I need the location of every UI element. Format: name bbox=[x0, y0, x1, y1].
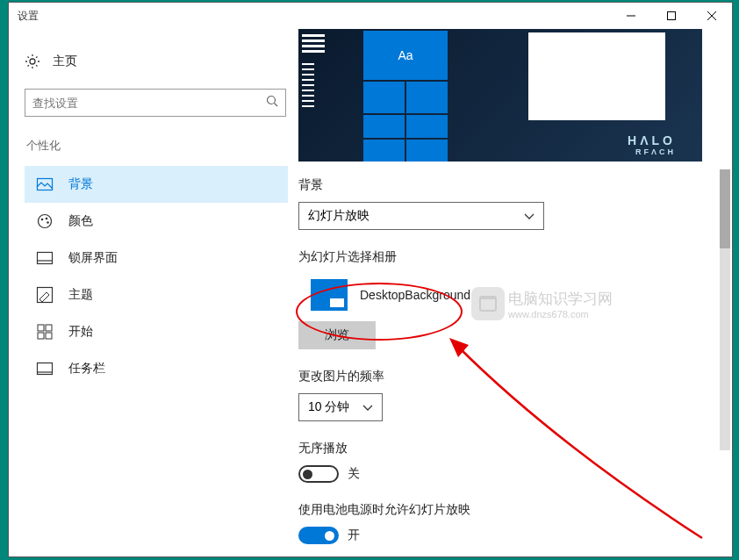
battery-state: 开 bbox=[348, 528, 360, 543]
svg-point-5 bbox=[268, 97, 276, 104]
close-button[interactable] bbox=[692, 3, 732, 29]
album-label: 为幻灯片选择相册 bbox=[298, 249, 704, 265]
sidebar-item-taskbar[interactable]: 任务栏 bbox=[25, 350, 288, 387]
watermark-text: 电脑知识学习网 bbox=[508, 291, 613, 307]
svg-point-8 bbox=[39, 215, 52, 228]
sidebar-item-label: 锁屏界面 bbox=[68, 250, 118, 266]
sidebar-item-label: 主题 bbox=[68, 287, 93, 303]
minimize-button[interactable] bbox=[611, 3, 651, 29]
sidebar-item-theme[interactable]: 主题 bbox=[25, 276, 288, 313]
battery-toggle[interactable] bbox=[298, 527, 339, 544]
chevron-down-icon bbox=[362, 400, 373, 414]
sidebar-item-start[interactable]: 开始 bbox=[25, 313, 288, 350]
svg-rect-15 bbox=[38, 325, 44, 331]
window-title: 设置 bbox=[18, 9, 39, 24]
svg-rect-18 bbox=[46, 333, 52, 339]
category-label: 个性化 bbox=[25, 138, 298, 154]
svg-point-11 bbox=[47, 221, 49, 224]
sidebar-item-label: 颜色 bbox=[68, 213, 93, 229]
start-icon bbox=[37, 324, 53, 340]
lock-screen-icon bbox=[37, 250, 53, 266]
svg-line-6 bbox=[275, 104, 278, 107]
settings-window: 设置 主页 bbox=[8, 2, 733, 557]
taskbar-icon bbox=[37, 361, 53, 377]
dropdown-value: 幻灯片放映 bbox=[308, 208, 370, 224]
theme-icon bbox=[37, 287, 53, 303]
watermark-url: www.dnzs678.com bbox=[508, 309, 613, 319]
sidebar: 主页 个性化 背景 颜色 bbox=[9, 29, 298, 556]
svg-rect-14 bbox=[38, 288, 53, 303]
search-input[interactable] bbox=[32, 97, 266, 110]
dropdown-value: 10 分钟 bbox=[308, 399, 349, 415]
search-icon bbox=[266, 95, 278, 111]
svg-rect-16 bbox=[46, 325, 52, 331]
home-link[interactable]: 主页 bbox=[25, 47, 298, 76]
sidebar-item-lockscreen[interactable]: 锁屏界面 bbox=[25, 240, 288, 276]
scroll-thumb[interactable] bbox=[720, 169, 730, 248]
svg-rect-1 bbox=[668, 12, 676, 20]
maximize-button[interactable] bbox=[651, 3, 692, 29]
svg-rect-17 bbox=[38, 333, 44, 339]
browse-button[interactable]: 浏览 bbox=[298, 321, 376, 349]
home-label: 主页 bbox=[53, 54, 77, 69]
sidebar-item-background[interactable]: 背景 bbox=[25, 166, 288, 203]
search-box[interactable] bbox=[25, 89, 286, 117]
frequency-dropdown[interactable]: 10 分钟 bbox=[298, 393, 383, 421]
chevron-down-icon bbox=[524, 209, 535, 223]
sidebar-item-label: 背景 bbox=[68, 176, 93, 192]
svg-point-9 bbox=[41, 219, 44, 221]
battery-label: 使用电池电源时允许幻灯片放映 bbox=[298, 502, 704, 518]
watermark-icon bbox=[471, 287, 505, 320]
album-thumb-icon bbox=[311, 279, 348, 311]
svg-rect-12 bbox=[38, 253, 53, 264]
sidebar-item-label: 开始 bbox=[68, 324, 93, 340]
preview-tile-aa: Aa bbox=[363, 31, 448, 80]
color-icon bbox=[37, 213, 53, 229]
frequency-label: 更改图片的频率 bbox=[298, 369, 704, 384]
sidebar-item-colors[interactable]: 颜色 bbox=[25, 203, 288, 240]
background-label: 背景 bbox=[298, 177, 704, 193]
picture-icon bbox=[37, 176, 53, 192]
watermark: 电脑知识学习网 www.dnzs678.com bbox=[471, 287, 613, 320]
album-name: DesktopBackground bbox=[360, 288, 470, 302]
shuffle-state: 关 bbox=[348, 466, 360, 482]
desktop-preview: Aa HΛLO RFΛCH bbox=[298, 29, 702, 162]
titlebar: 设置 bbox=[9, 3, 732, 29]
shuffle-label: 无序播放 bbox=[298, 441, 704, 456]
scrollbar[interactable] bbox=[720, 169, 730, 450]
shuffle-toggle[interactable] bbox=[298, 465, 339, 483]
svg-point-4 bbox=[30, 59, 35, 64]
svg-point-10 bbox=[46, 218, 48, 220]
background-dropdown[interactable]: 幻灯片放映 bbox=[298, 202, 544, 230]
sidebar-item-label: 任务栏 bbox=[68, 361, 105, 377]
gear-icon bbox=[25, 54, 40, 69]
